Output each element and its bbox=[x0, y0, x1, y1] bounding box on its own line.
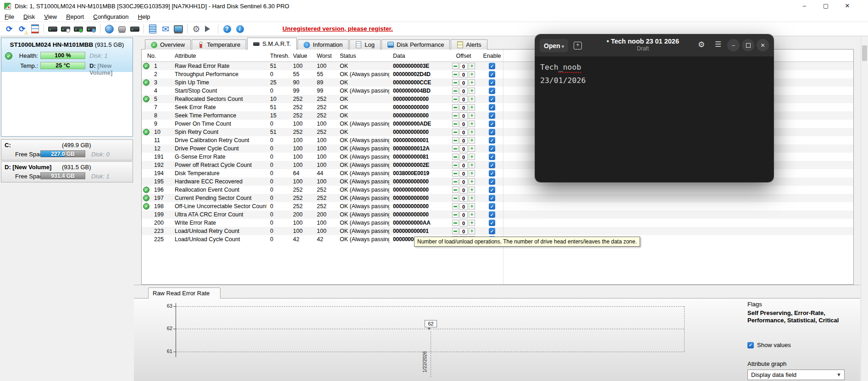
refresh-alert-icon[interactable] bbox=[16, 23, 28, 34]
offset-value[interactable]: 0 bbox=[459, 228, 468, 235]
offset-decrease-button[interactable] bbox=[452, 137, 459, 144]
enable-checkbox[interactable] bbox=[489, 88, 495, 94]
offset-decrease-button[interactable] bbox=[452, 63, 459, 69]
enable-checkbox[interactable] bbox=[489, 195, 495, 201]
offset-value[interactable]: 0 bbox=[459, 71, 468, 78]
offset-increase-button[interactable]: + bbox=[469, 104, 475, 110]
offset-decrease-button[interactable] bbox=[452, 79, 459, 86]
enable-checkbox[interactable] bbox=[489, 137, 495, 144]
tab-log[interactable]: Log bbox=[349, 39, 381, 50]
offset-decrease-button[interactable] bbox=[452, 96, 459, 102]
monitor-icon[interactable] bbox=[172, 23, 185, 34]
offset-increase-button[interactable]: + bbox=[469, 96, 475, 102]
offset-value[interactable]: 0 bbox=[459, 195, 468, 202]
offset-value[interactable]: 0 bbox=[459, 187, 468, 193]
offset-decrease-button[interactable] bbox=[452, 203, 459, 210]
enable-checkbox[interactable] bbox=[489, 203, 495, 210]
table-row[interactable]: 200Write Error Rate0100100OK (Always pas… bbox=[142, 219, 853, 227]
table-row[interactable]: 199Ultra ATA CRC Error Count0200200OK (A… bbox=[142, 210, 853, 219]
volume-panel-d[interactable]: D: [New Volume] (931.5 GB) Free Space 93… bbox=[1, 161, 133, 182]
enable-checkbox[interactable] bbox=[489, 162, 495, 168]
offset-decrease-button[interactable] bbox=[452, 129, 459, 135]
offset-decrease-button[interactable] bbox=[452, 112, 459, 119]
offset-decrease-button[interactable] bbox=[452, 162, 459, 168]
offset-increase-button[interactable]: + bbox=[469, 112, 475, 119]
offset-value[interactable]: 0 bbox=[459, 170, 468, 177]
offset-increase-button[interactable]: + bbox=[469, 211, 475, 218]
drive-clock-icon[interactable] bbox=[59, 23, 72, 34]
offset-increase-button[interactable]: + bbox=[469, 71, 475, 77]
enable-checkbox[interactable] bbox=[489, 129, 495, 135]
drive-water-icon[interactable] bbox=[85, 23, 98, 34]
offset-increase-button[interactable]: + bbox=[469, 195, 475, 201]
gear-icon[interactable] bbox=[190, 23, 203, 34]
editor-close-button[interactable]: ✕ bbox=[757, 39, 769, 51]
speaker-icon[interactable] bbox=[203, 23, 216, 34]
offset-increase-button[interactable]: + bbox=[469, 63, 475, 69]
editor-minimize-button[interactable]: – bbox=[727, 39, 740, 51]
editor-text-area[interactable]: Tech_noob 23/01/2026 bbox=[535, 56, 774, 182]
menu-disk[interactable]: Disk bbox=[19, 12, 39, 21]
refresh-icon[interactable] bbox=[3, 23, 16, 34]
offset-decrease-button[interactable] bbox=[452, 104, 459, 110]
offset-value[interactable]: 0 bbox=[459, 79, 468, 86]
offset-increase-button[interactable]: + bbox=[469, 203, 475, 210]
tab-disk-performance[interactable]: Disk Performance bbox=[381, 39, 450, 50]
offset-decrease-button[interactable] bbox=[452, 71, 459, 77]
scrollbar-thumb[interactable] bbox=[862, 45, 867, 61]
menu-report[interactable]: Report bbox=[61, 12, 88, 21]
offset-value[interactable]: 0 bbox=[459, 129, 468, 136]
enable-checkbox[interactable] bbox=[489, 71, 495, 77]
close-button[interactable]: ✕ bbox=[837, 0, 858, 12]
offset-increase-button[interactable]: + bbox=[469, 121, 475, 127]
disk-summary-panel[interactable]: ST1000LM024 HN-M101MBB (931.5 GB) ✓ Heal… bbox=[1, 38, 133, 137]
graph-tab-raw-read-error-rate[interactable]: Raw Read Error Rate bbox=[148, 287, 221, 298]
tab-information[interactable]: Information bbox=[298, 39, 348, 50]
column-header-worst[interactable]: Worst bbox=[313, 53, 336, 59]
offset-value[interactable]: 0 bbox=[459, 220, 468, 226]
register-notice-link[interactable]: Unregistered version, please register. bbox=[282, 25, 393, 32]
notes-icon[interactable] bbox=[146, 23, 159, 34]
camera-icon[interactable] bbox=[116, 23, 128, 34]
column-header-no[interactable]: No. bbox=[142, 53, 171, 59]
globe-icon[interactable] bbox=[103, 23, 116, 34]
enable-checkbox[interactable] bbox=[489, 187, 495, 193]
report-icon[interactable] bbox=[28, 23, 41, 34]
enable-checkbox[interactable] bbox=[489, 121, 495, 127]
offset-decrease-button[interactable] bbox=[452, 228, 459, 234]
help-icon[interactable] bbox=[221, 23, 233, 34]
offset-increase-button[interactable]: + bbox=[469, 162, 475, 168]
offset-increase-button[interactable]: + bbox=[469, 187, 475, 193]
enable-checkbox[interactable] bbox=[489, 211, 495, 218]
new-tab-button[interactable] bbox=[571, 39, 585, 52]
offset-increase-button[interactable]: + bbox=[469, 178, 475, 185]
offset-decrease-button[interactable] bbox=[452, 220, 459, 226]
menu-file[interactable]: File bbox=[0, 12, 19, 21]
offset-increase-button[interactable]: + bbox=[469, 228, 475, 234]
table-row[interactable]: ✓198Off-Line Uncorrectable Sector Count0… bbox=[142, 202, 853, 210]
tab-temperature[interactable]: Temperature bbox=[192, 39, 246, 50]
offset-increase-button[interactable]: + bbox=[469, 154, 475, 160]
open-button[interactable]: Open bbox=[540, 39, 568, 52]
enable-checkbox[interactable] bbox=[489, 170, 495, 177]
table-row[interactable]: ✓197Current Pending Sector Count0252252O… bbox=[142, 194, 853, 202]
offset-value[interactable]: 0 bbox=[459, 112, 468, 119]
offset-decrease-button[interactable] bbox=[452, 154, 459, 160]
offset-value[interactable]: 0 bbox=[459, 178, 468, 185]
offset-increase-button[interactable]: + bbox=[469, 88, 475, 94]
offset-value[interactable]: 0 bbox=[459, 121, 468, 127]
table-row[interactable]: 223Load/Unload Retry Count0100100OK (Alw… bbox=[142, 227, 853, 235]
offset-decrease-button[interactable] bbox=[452, 187, 459, 193]
vertical-scrollbar[interactable] bbox=[861, 36, 868, 381]
column-header-thresh[interactable]: Thresh... bbox=[266, 53, 289, 59]
offset-increase-button[interactable]: + bbox=[469, 129, 475, 135]
enable-checkbox[interactable] bbox=[489, 96, 495, 102]
column-header-offset[interactable]: Offset bbox=[446, 53, 481, 59]
offset-increase-button[interactable]: + bbox=[469, 170, 475, 177]
offset-decrease-button[interactable] bbox=[452, 145, 459, 152]
offset-value[interactable]: 0 bbox=[459, 63, 468, 70]
menu-help[interactable]: Help bbox=[133, 12, 155, 21]
offset-decrease-button[interactable] bbox=[452, 195, 459, 201]
column-header-status[interactable]: Status bbox=[336, 53, 389, 59]
enable-checkbox[interactable] bbox=[489, 154, 495, 160]
